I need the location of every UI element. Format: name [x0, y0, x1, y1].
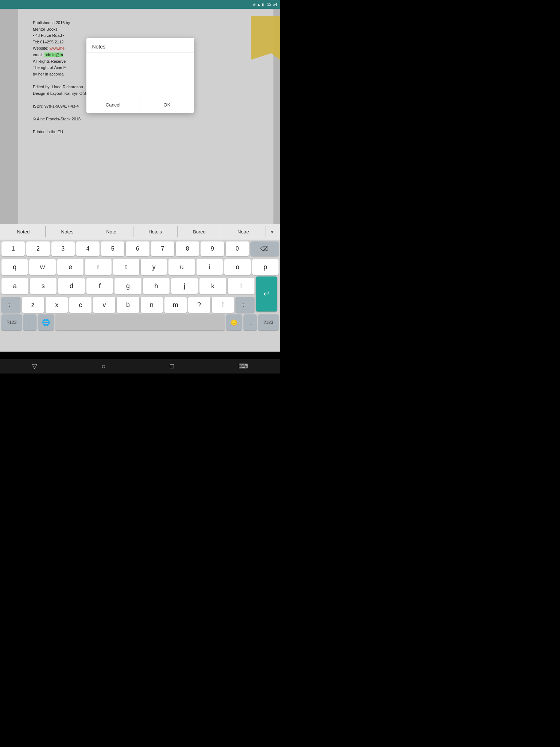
key-symbols-right[interactable]: ?123 — [258, 314, 279, 330]
key-m[interactable]: m — [164, 297, 187, 313]
ok-button[interactable]: OK — [140, 97, 194, 113]
key-o[interactable]: o — [224, 259, 250, 275]
keyboard-button[interactable]: ⌨ — [238, 362, 248, 370]
key-a[interactable]: a — [1, 278, 28, 294]
key-5[interactable]: 5 — [101, 241, 124, 256]
suggestions-bar: Noted Notes Note Hotels Bored Notre ▾ — [0, 224, 280, 240]
nav-bar: ▽ ○ □ ⌨ — [0, 359, 280, 374]
key-s[interactable]: s — [30, 278, 57, 294]
number-row: 1 2 3 4 5 6 7 8 9 0 ⌫ — [0, 240, 280, 256]
key-v[interactable]: v — [93, 297, 115, 313]
key-r[interactable]: r — [85, 259, 111, 275]
notes-dialog: Notes Cancel OK — [86, 38, 194, 113]
bottom-keyboard-row: ?123 , 🌐 🙂 . ?123 — [0, 314, 280, 330]
key-h[interactable]: h — [143, 278, 170, 294]
shift-left-key[interactable]: ⇧— — [1, 297, 20, 313]
enter-key[interactable]: ↵ — [256, 276, 277, 311]
key-t[interactable]: t — [113, 259, 139, 275]
keyboard-area: Noted Notes Note Hotels Bored Notre ▾ 1 … — [0, 224, 280, 352]
key-p[interactable]: p — [252, 259, 279, 275]
asdf-row-container: a s d f g h j k l ⇧— z x c v b n m ? ! ⇧… — [0, 276, 280, 313]
dialog-overlay: Notes Cancel OK — [0, 9, 280, 224]
key-z[interactable]: z — [22, 297, 44, 313]
zxcv-row: ⇧— z x c v b n m ? ! ⇧— — [0, 295, 280, 313]
globe-key[interactable]: 🌐 — [38, 314, 54, 330]
key-g[interactable]: g — [114, 278, 141, 294]
wifi-icon: ▲ — [257, 3, 261, 7]
key-8[interactable]: 8 — [176, 241, 199, 256]
shift-right-key[interactable]: ⇧— — [236, 297, 254, 313]
key-1[interactable]: 1 — [1, 241, 25, 256]
key-d[interactable]: d — [58, 278, 85, 294]
key-comma[interactable]: , — [23, 314, 36, 330]
qwerty-row: q w e r t y u i o p — [0, 258, 280, 275]
key-9[interactable]: 9 — [201, 241, 224, 256]
status-bar: ⊖ ▲ ▮ 12:54 — [0, 0, 280, 9]
dialog-title-text: Notes — [92, 44, 106, 50]
key-0[interactable]: 0 — [226, 241, 249, 256]
battery-icon: ▮ — [262, 3, 264, 7]
key-q[interactable]: q — [1, 259, 28, 275]
key-e[interactable]: e — [57, 259, 83, 275]
key-i[interactable]: i — [197, 259, 223, 275]
recents-button[interactable]: □ — [170, 363, 174, 370]
suggestion-notes[interactable]: Notes — [46, 226, 90, 237]
clock: 12:54 — [267, 2, 277, 7]
backspace-key[interactable]: ⌫ — [250, 241, 279, 256]
home-button[interactable]: ○ — [102, 363, 106, 370]
suggestion-notre[interactable]: Notre — [221, 226, 265, 237]
key-b[interactable]: b — [117, 297, 139, 313]
key-symbols[interactable]: ?123 — [1, 314, 22, 330]
key-c[interactable]: c — [69, 297, 92, 313]
key-x[interactable]: x — [46, 297, 68, 313]
key-period[interactable]: . — [244, 314, 257, 330]
key-6[interactable]: 6 — [126, 241, 149, 256]
key-question[interactable]: ? — [188, 297, 210, 313]
key-3[interactable]: 3 — [51, 241, 75, 256]
key-j[interactable]: j — [171, 278, 198, 294]
status-icons: ⊖ ▲ ▮ 12:54 — [253, 2, 277, 7]
suggestion-hotels[interactable]: Hotels — [133, 226, 178, 237]
suggestion-noted[interactable]: Noted — [1, 226, 46, 237]
key-exclamation[interactable]: ! — [212, 297, 234, 313]
key-emoji[interactable]: 🙂 — [226, 314, 242, 330]
dialog-buttons: Cancel OK — [86, 97, 194, 113]
key-4[interactable]: 4 — [76, 241, 100, 256]
key-l[interactable]: l — [228, 278, 255, 294]
key-w[interactable]: w — [29, 259, 55, 275]
cancel-button[interactable]: Cancel — [86, 97, 140, 113]
suggestion-bored[interactable]: Bored — [178, 226, 222, 237]
back-button[interactable]: ▽ — [32, 362, 37, 370]
suggestions-expand-icon[interactable]: ▾ — [265, 229, 279, 235]
key-2[interactable]: 2 — [26, 241, 50, 256]
dialog-content[interactable] — [86, 53, 194, 97]
key-y[interactable]: y — [141, 259, 167, 275]
key-f[interactable]: f — [86, 278, 113, 294]
key-n[interactable]: n — [141, 297, 163, 313]
suggestion-note[interactable]: Note — [89, 226, 133, 237]
key-k[interactable]: k — [199, 278, 226, 294]
key-u[interactable]: u — [168, 259, 195, 275]
spacebar-key[interactable] — [55, 314, 225, 330]
dialog-title: Notes — [86, 38, 194, 53]
key-7[interactable]: 7 — [151, 241, 174, 256]
asdf-row: a s d f g h j k l — [0, 276, 280, 294]
minus-circle-icon: ⊖ — [253, 3, 256, 7]
